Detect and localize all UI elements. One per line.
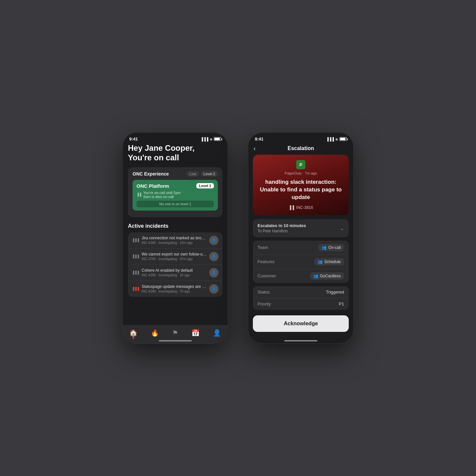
nav-schedule[interactable]: 📅: [191, 329, 200, 337]
status-value: Triggered: [326, 290, 344, 295]
info-card: Team 👥 On-call Features 👥 Schedule Custo…: [253, 241, 349, 283]
back-button[interactable]: ‹: [254, 145, 256, 152]
acknowledge-button[interactable]: Acknowledge: [253, 315, 349, 332]
oncall-header: ONC Experience Low Level 2: [133, 171, 218, 177]
incident-meta-0: INC-4390 · Investigating · 15m ago: [141, 241, 207, 245]
wifi-icon-1: ⌾: [210, 137, 212, 141]
incident-item-1[interactable]: ▐▐▐ We cannot export our own follow-up..…: [128, 249, 222, 265]
team-value: On-call: [328, 245, 341, 250]
incident-title-1: We cannot export our own follow-up...: [141, 252, 207, 257]
pagerduty-icon: P: [296, 160, 305, 169]
incident-avatar-3: 👤: [209, 284, 218, 294]
team-btn-icon: 👥: [322, 245, 327, 250]
customer-btn-icon: 👥: [313, 274, 318, 278]
level1-badge: Level 1: [196, 183, 214, 188]
escalation-subtitle: To Pete Hamilton: [258, 229, 306, 233]
customer-label: Customer: [258, 273, 276, 278]
hero-title: handling slack interaction: Unable to fi…: [258, 178, 343, 201]
status-bar-2: 9:41 ▐▐▐ ⌾: [248, 133, 353, 143]
info-row-team: Team 👥 On-call: [253, 241, 349, 255]
features-btn-icon: 👥: [318, 259, 323, 264]
calendar-icon: 📅: [191, 329, 200, 337]
status-row-status: Status Triggered: [253, 286, 349, 298]
page-title: Escalation: [288, 145, 314, 151]
platform-text-2: Sam is also on-call: [143, 195, 181, 199]
status-bar-1: 9:41 ▐▐▐ ⌾: [123, 133, 228, 143]
platform-info: ▐▐ You're on-call until 5pm Sam is also …: [137, 191, 214, 199]
features-value-btn[interactable]: 👥 Schedule: [314, 258, 344, 265]
status-label: Status: [258, 290, 270, 295]
signal-icon-hero: ▐▐: [289, 205, 294, 210]
battery-icon-1: [214, 137, 221, 141]
nav-home[interactable]: 🏠: [129, 329, 138, 337]
incident-signal-0: ▐▐▐: [132, 238, 139, 242]
pagerduty-label: P: [299, 162, 302, 167]
incident-item-2[interactable]: ▐▐▐ Cohere AI enabled by default INC-439…: [128, 265, 222, 281]
nav-alerts[interactable]: ⚑: [172, 329, 178, 337]
escalation-box[interactable]: Escalates in 10 minutes To Pete Hamilton…: [253, 219, 349, 237]
oncall-badges: Low Level 2: [187, 171, 218, 177]
home-indicator-2: [284, 340, 317, 341]
incident-meta-3: INC-4390 · Investigating · 7h ago: [141, 290, 207, 293]
phone-2: 9:41 ▐▐▐ ⌾ ‹ Escalation P PagerDuty · 7m…: [248, 132, 354, 344]
hero-source: PagerDuty: [285, 171, 302, 175]
incident-title-3: Statuspage update messages are be...: [141, 284, 207, 289]
phone-1: 9:41 ▐▐▐ ⌾ Hey Jane Cooper, You're on ca…: [122, 132, 228, 344]
info-row-features: Features 👥 Schedule: [253, 255, 349, 269]
incidents-list: ▐▐▐ Jira connection not marked as broke.…: [128, 232, 222, 297]
home-dot: [133, 337, 134, 339]
incident-body-1: We cannot export our own follow-up... IN…: [141, 252, 207, 261]
home-icon: 🏠: [129, 329, 138, 337]
badge-low: Low: [187, 171, 199, 177]
platform-name: ONC Platform: [137, 183, 169, 189]
oncall-signal-icon: ▐▐: [137, 193, 141, 196]
escalation-title: Escalates in 10 minutes: [258, 223, 306, 228]
greeting-text: Hey Jane Cooper, You're on call: [128, 143, 222, 163]
incident-signal-3: ▐▐▐: [132, 287, 139, 291]
info-row-customer: Customer 👥 GoCardless: [253, 269, 349, 283]
incident-meta-1: INC-3765 · Investigating · 47m ago: [141, 257, 207, 261]
no-one-badge: No one is on level 1: [137, 201, 214, 207]
customer-value: GoCardless: [320, 274, 341, 278]
incident-meta-2: INC-4390 · Investigating · 2h ago: [141, 273, 207, 277]
battery-icon-2: [339, 137, 347, 141]
fire-icon: 🔥: [151, 329, 159, 337]
incident-signal-2: ▐▐▐: [132, 271, 139, 274]
oncall-title: ONC Experience: [133, 171, 169, 177]
priority-label: Priority: [258, 301, 271, 306]
incident-title-0: Jira connection not marked as broke...: [141, 236, 207, 240]
team-label: Team: [258, 245, 268, 250]
incident-body-3: Statuspage update messages are be... INC…: [141, 284, 207, 293]
oncall-card: ONC Experience Low Level 2 ONC Platform …: [128, 167, 222, 217]
hero-card: P PagerDuty · 7m ago handling slack inte…: [253, 155, 349, 215]
incident-item-3[interactable]: ▐▐▐ Statuspage update messages are be...…: [128, 281, 222, 297]
inc-id-row: ▐▐ INC-3816: [258, 205, 343, 210]
flag-icon: ⚑: [172, 329, 178, 337]
platform-card[interactable]: ONC Platform Level 1 ▐▐ You're on-call u…: [133, 180, 218, 211]
customer-value-btn[interactable]: 👥 GoCardless: [310, 272, 344, 280]
nav-incidents[interactable]: 🔥: [151, 329, 159, 337]
incident-body-2: Cohere AI enabled by default INC-4390 · …: [141, 268, 207, 277]
platform-header: ONC Platform Level 1: [137, 183, 214, 189]
wifi-icon-2: ⌾: [336, 137, 338, 141]
platform-text-1: You're on-call until 5pm: [143, 191, 181, 195]
pagerduty-meta: PagerDuty · 7m ago: [258, 171, 343, 175]
team-value-btn[interactable]: 👥 On-call: [318, 244, 344, 251]
badge-level2: Level 2: [201, 171, 218, 177]
time-2: 9:41: [255, 137, 263, 141]
person-icon: 👤: [213, 329, 221, 337]
incidents-section-title: Active incidents: [128, 223, 222, 229]
incident-item-0[interactable]: ▐▐▐ Jira connection not marked as broke.…: [128, 232, 222, 249]
nav-profile[interactable]: 👤: [213, 329, 221, 337]
incident-avatar-1: 👤: [209, 252, 218, 261]
incident-avatar-0: 👤: [209, 236, 218, 245]
incident-avatar-2: 👤: [209, 268, 218, 277]
signal-icon-2: ▐▐▐: [326, 137, 334, 141]
priority-value: P1: [339, 301, 344, 306]
chevron-down-icon: ⌄: [340, 225, 344, 231]
inc-id-label: INC-3816: [296, 205, 313, 210]
signal-icon-1: ▐▐▐: [201, 137, 208, 141]
nav-bar-2: ‹ Escalation: [248, 143, 353, 155]
status-card: Status Triggered Priority P1: [253, 286, 349, 310]
status-icons-2: ▐▐▐ ⌾: [326, 137, 347, 141]
